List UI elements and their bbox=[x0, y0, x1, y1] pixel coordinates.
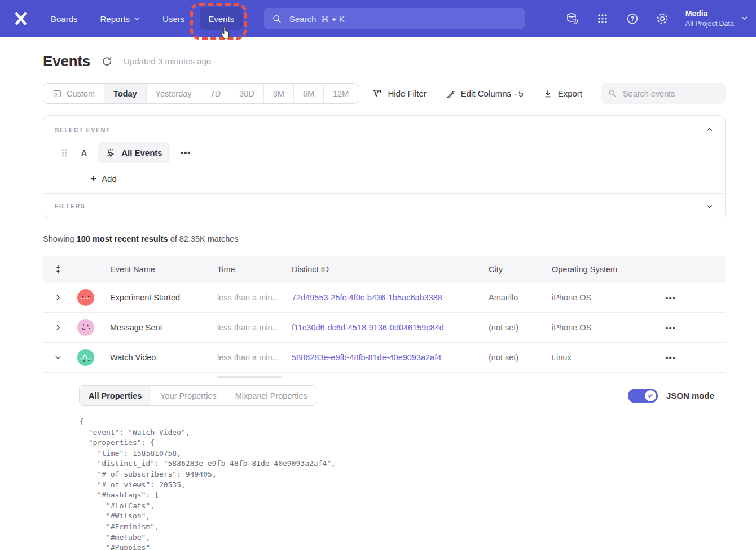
row-expand-icon[interactable] bbox=[54, 294, 62, 302]
nav-item-boards[interactable]: Boards bbox=[51, 14, 78, 24]
results-summary: Showing 100 most recent results of 82.35… bbox=[43, 234, 726, 243]
time-cell: less than a min... bbox=[217, 293, 292, 302]
edit-columns-button[interactable]: Edit Columns · 5 bbox=[446, 89, 524, 99]
navbar-right: ? Media All Project Data bbox=[566, 0, 748, 37]
drag-handle-icon[interactable] bbox=[60, 148, 68, 158]
event-avatar-icon bbox=[77, 349, 94, 366]
page-header: Events Updated 3 minutes ago bbox=[43, 53, 726, 70]
table-row-expanded[interactable]: Watch Video less than a min... 5886283e-… bbox=[43, 343, 726, 373]
export-button[interactable]: Export bbox=[543, 89, 582, 99]
event-selector-label: All Events bbox=[121, 148, 162, 158]
tab-mixpanel-properties[interactable]: Mixpanel Properties bbox=[226, 386, 317, 405]
event-detail-panel: All Properties Your Properties Mixpanel … bbox=[43, 373, 726, 550]
last-updated-text: Updated 3 minutes ago bbox=[124, 56, 211, 66]
row-menu-button[interactable]: ••• bbox=[665, 323, 676, 333]
os-cell: iPhone OS bbox=[552, 293, 649, 302]
filters-label: FILTERS bbox=[55, 203, 85, 209]
refresh-icon[interactable] bbox=[102, 56, 112, 67]
tab-your-properties[interactable]: Your Properties bbox=[151, 386, 225, 405]
query-row-letter: A bbox=[81, 149, 87, 158]
event-name-cell: Experiment Started bbox=[110, 293, 217, 302]
add-event-button[interactable]: + Add bbox=[90, 174, 714, 184]
time-cell: less than a min... bbox=[217, 353, 292, 362]
events-search[interactable] bbox=[601, 83, 726, 104]
search-icon bbox=[272, 14, 282, 24]
range-6m[interactable]: 6M bbox=[293, 84, 323, 103]
city-cell: Amarillo bbox=[489, 293, 552, 302]
row-menu-button[interactable]: ••• bbox=[665, 293, 676, 303]
event-selector-button[interactable]: All Events bbox=[98, 142, 170, 163]
row-collapse-icon[interactable] bbox=[54, 353, 62, 361]
tab-all-properties[interactable]: All Properties bbox=[80, 386, 151, 405]
col-event-name[interactable]: Event Name bbox=[110, 265, 217, 274]
table-row[interactable]: Message Sent less than a min... f11c30d6… bbox=[43, 313, 726, 343]
hand-cursor-icon bbox=[219, 24, 232, 40]
distinct-id-link[interactable]: 72d49553-25fc-4f0c-b436-1b5ac6ab3388 bbox=[292, 293, 442, 302]
search-icon bbox=[608, 89, 617, 98]
mixpanel-logo-icon[interactable] bbox=[14, 11, 28, 26]
query-builder-card: SELECT EVENT A All Events bbox=[43, 115, 726, 219]
city-cell: (not set) bbox=[489, 323, 552, 332]
json-mode-label: JSON mode bbox=[666, 391, 714, 400]
workspace-switcher[interactable]: Media All Project Data bbox=[685, 8, 748, 29]
row-menu-button[interactable]: ••• bbox=[665, 353, 676, 363]
select-event-label: SELECT EVENT bbox=[55, 126, 111, 133]
row-expand-icon[interactable] bbox=[54, 324, 62, 331]
global-search-input[interactable] bbox=[288, 14, 517, 24]
workspace-project: All Project Data bbox=[685, 19, 734, 29]
funnel-icon bbox=[372, 88, 383, 99]
col-os[interactable]: Operating System bbox=[552, 265, 649, 274]
event-avatar-icon bbox=[77, 289, 94, 306]
filters-section: FILTERS bbox=[43, 194, 725, 219]
page-title: Events bbox=[43, 53, 90, 70]
range-7d[interactable]: 7D bbox=[201, 84, 230, 103]
range-30d[interactable]: 30D bbox=[230, 84, 263, 103]
range-3m[interactable]: 3M bbox=[263, 84, 293, 103]
hide-filter-button[interactable]: Hide Filter bbox=[372, 88, 426, 99]
event-json-view: { "event": "Watch Video", "properties": … bbox=[80, 417, 714, 550]
date-range-control: Custom Today Yesterday 7D 30D 3M 6M 12M bbox=[43, 83, 358, 104]
distinct-id-link[interactable]: f11c30d6-dc6d-4518-9136-0d046159c84d bbox=[292, 323, 444, 332]
range-yesterday[interactable]: Yesterday bbox=[146, 84, 201, 103]
top-navbar: Boards Reports Users Events bbox=[0, 0, 756, 37]
expand-section-icon[interactable] bbox=[705, 202, 714, 211]
events-table: Event Name Time Distinct ID City Operati… bbox=[43, 256, 726, 550]
nav-item-users[interactable]: Users bbox=[162, 14, 184, 24]
range-12m[interactable]: 12M bbox=[323, 84, 358, 103]
sparkle-cursor-icon bbox=[106, 147, 116, 158]
city-cell: (not set) bbox=[489, 353, 552, 362]
download-icon bbox=[543, 89, 553, 99]
calendar-icon bbox=[52, 89, 62, 98]
range-today[interactable]: Today bbox=[104, 84, 146, 103]
event-name-cell: Watch Video bbox=[110, 353, 217, 362]
workspace-name: Media bbox=[685, 8, 734, 19]
collapse-rows-icon[interactable] bbox=[52, 264, 64, 275]
nav-item-reports[interactable]: Reports bbox=[100, 14, 140, 24]
table-header: Event Name Time Distinct ID City Operati… bbox=[43, 256, 726, 283]
col-distinct-id[interactable]: Distinct ID bbox=[292, 265, 489, 274]
event-avatar-icon bbox=[77, 319, 94, 336]
range-custom[interactable]: Custom bbox=[43, 84, 104, 103]
primary-nav: Boards Reports Users Events bbox=[51, 7, 243, 30]
properties-tabs: All Properties Your Properties Mixpanel … bbox=[79, 385, 317, 406]
chevron-down-icon bbox=[741, 15, 748, 22]
time-cell: less than a min... bbox=[217, 323, 292, 332]
apps-grid-icon[interactable] bbox=[596, 12, 609, 25]
col-city[interactable]: City bbox=[489, 265, 552, 274]
settings-gear-icon[interactable] bbox=[656, 12, 669, 25]
data-management-icon[interactable] bbox=[566, 12, 579, 25]
help-icon[interactable]: ? bbox=[626, 12, 639, 25]
main-content: Events Updated 3 minutes ago Custom Toda… bbox=[0, 53, 756, 550]
toolbar: Custom Today Yesterday 7D 30D 3M 6M 12M … bbox=[43, 83, 726, 104]
col-time[interactable]: Time bbox=[217, 265, 292, 274]
events-search-input[interactable] bbox=[622, 89, 719, 99]
table-row[interactable]: Experiment Started less than a min... 72… bbox=[43, 283, 726, 313]
global-search[interactable] bbox=[264, 8, 525, 29]
event-row-menu-button[interactable]: ••• bbox=[181, 148, 191, 158]
json-mode-toggle[interactable] bbox=[628, 389, 658, 403]
svg-text:?: ? bbox=[630, 15, 634, 22]
collapse-section-icon[interactable] bbox=[705, 125, 714, 134]
check-icon bbox=[647, 392, 654, 399]
distinct-id-link[interactable]: 5886283e-e9fb-48fb-81de-40e9093a2af4 bbox=[292, 353, 441, 362]
event-query-row: A All Events ••• bbox=[60, 142, 714, 163]
